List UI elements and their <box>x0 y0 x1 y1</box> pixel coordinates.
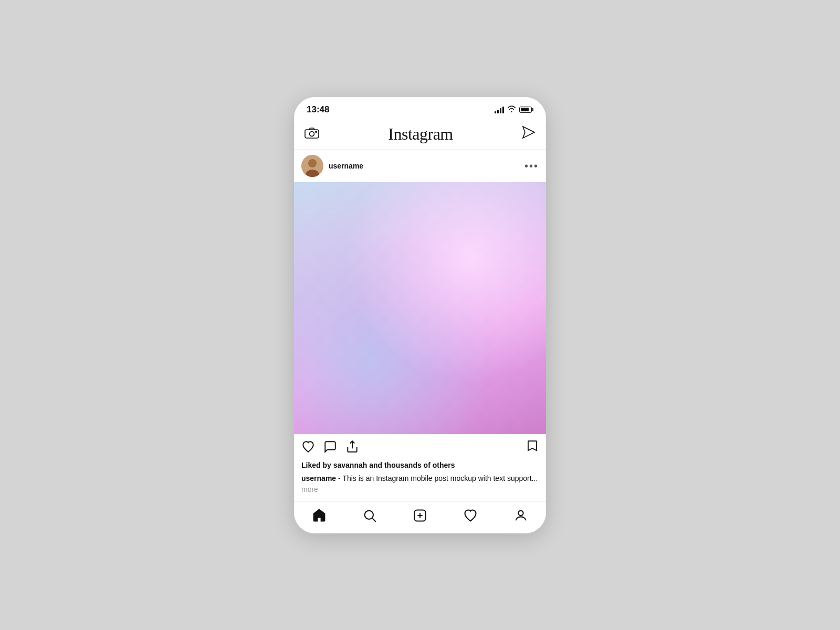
share-icon[interactable] <box>345 440 359 454</box>
app-header: Instagram <box>294 119 546 150</box>
svg-line-9 <box>372 518 375 521</box>
signal-bars-icon <box>495 106 504 113</box>
avatar[interactable] <box>301 155 323 177</box>
svg-marker-3 <box>523 127 534 138</box>
caption-body: - This is an Instagram mobile post mocku… <box>336 474 538 482</box>
comment-icon[interactable] <box>323 440 337 454</box>
svg-point-13 <box>518 510 523 515</box>
nav-profile[interactable] <box>513 508 528 523</box>
action-left <box>301 440 359 454</box>
post-image-gradient <box>294 182 546 434</box>
post-header: username ••• <box>294 150 546 182</box>
caption-text: username - This is an Instagram mobile p… <box>301 474 538 494</box>
svg-point-2 <box>316 131 317 132</box>
action-bar <box>294 434 546 459</box>
svg-point-8 <box>365 510 373 519</box>
camera-icon[interactable] <box>304 127 319 141</box>
app-logo: Instagram <box>388 124 453 144</box>
svg-point-1 <box>310 132 314 136</box>
likes-text: Liked by savannah and thousands of other… <box>294 459 546 472</box>
post-more-button[interactable]: ••• <box>524 161 539 171</box>
status-bar: 13:48 <box>294 97 546 119</box>
post-user-info: username <box>301 155 363 177</box>
phone-frame: 13:48 <box>294 97 546 533</box>
bottom-nav <box>294 501 546 533</box>
bookmark-icon[interactable] <box>526 439 539 454</box>
battery-icon <box>519 107 533 113</box>
nav-create[interactable] <box>413 508 427 523</box>
direct-message-icon[interactable] <box>522 125 536 142</box>
like-icon[interactable] <box>301 440 315 454</box>
caption-username: username <box>301 474 336 482</box>
nav-home[interactable] <box>312 508 327 523</box>
caption-more[interactable]: more <box>301 485 318 494</box>
likes-label: Liked by savannah and thousands of other… <box>301 461 455 469</box>
svg-point-5 <box>308 159 317 167</box>
status-icons <box>495 105 533 114</box>
wifi-icon <box>507 105 516 114</box>
caption: username - This is an Instagram mobile p… <box>294 472 546 501</box>
status-time: 13:48 <box>307 104 329 115</box>
nav-search[interactable] <box>362 508 377 523</box>
post-username[interactable]: username <box>329 162 363 170</box>
post-image <box>294 182 546 434</box>
nav-activity[interactable] <box>463 508 478 523</box>
